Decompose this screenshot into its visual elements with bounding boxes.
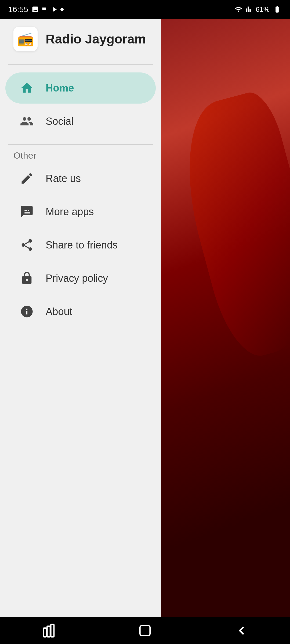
app-logo: 📻: [13, 27, 38, 51]
privacy-icon: [19, 270, 35, 286]
nav-item-about[interactable]: About: [5, 296, 156, 327]
back-button[interactable]: [231, 620, 252, 641]
nav-about-label: About: [46, 306, 72, 317]
app-header: 📻 Radio Jaygoram: [0, 16, 161, 64]
rate-us-icon: [19, 170, 35, 186]
bottom-navigation: [0, 617, 290, 644]
status-time: 16:55: [8, 5, 28, 14]
photo-icon: [31, 6, 39, 13]
more-apps-icon: [19, 204, 35, 220]
nav-more-apps-label: More apps: [46, 206, 94, 218]
about-icon: [19, 303, 35, 320]
status-right: 61%: [234, 5, 282, 14]
wifi-icon: [234, 6, 243, 13]
recent-apps-button[interactable]: [38, 620, 59, 641]
nav-item-privacy[interactable]: Privacy policy: [5, 263, 156, 294]
background-decoration: [158, 0, 290, 644]
svg-rect-0: [43, 628, 46, 637]
play-icon: [51, 6, 58, 13]
battery-icon: [272, 6, 282, 13]
nav-item-social[interactable]: Social: [5, 106, 156, 137]
status-notification-icons: [31, 6, 64, 13]
signal-icon: [245, 6, 253, 13]
dot-indicator: [60, 8, 64, 11]
other-section-label: Other: [0, 145, 50, 163]
share-icon: [19, 237, 35, 253]
main-nav-section: Home Social: [0, 65, 161, 144]
svg-rect-3: [140, 625, 150, 635]
home-button[interactable]: [134, 620, 156, 641]
status-left: 16:55: [8, 5, 64, 14]
navigation-drawer: 📻 Radio Jaygoram Home Social: [0, 0, 161, 644]
nav-item-more-apps[interactable]: More apps: [5, 196, 156, 227]
b-icon: [41, 6, 49, 13]
battery-text: 61%: [256, 5, 270, 14]
nav-item-share[interactable]: Share to friends: [5, 229, 156, 261]
nav-share-label: Share to friends: [46, 239, 118, 251]
nav-home-label: Home: [46, 82, 74, 94]
svg-rect-2: [51, 624, 54, 637]
home-icon: [19, 80, 35, 96]
other-nav-section: Other Rate us More apps: [0, 145, 161, 335]
status-bar: 16:55 61%: [0, 0, 290, 19]
nav-rate-us-label: Rate us: [46, 173, 81, 184]
nav-privacy-label: Privacy policy: [46, 273, 108, 284]
nav-social-label: Social: [46, 116, 74, 127]
app-title: Radio Jaygoram: [46, 32, 146, 46]
nav-item-rate-us[interactable]: Rate us: [5, 163, 156, 194]
nav-item-home[interactable]: Home: [5, 72, 156, 104]
social-icon: [19, 113, 35, 129]
svg-rect-1: [47, 626, 50, 637]
